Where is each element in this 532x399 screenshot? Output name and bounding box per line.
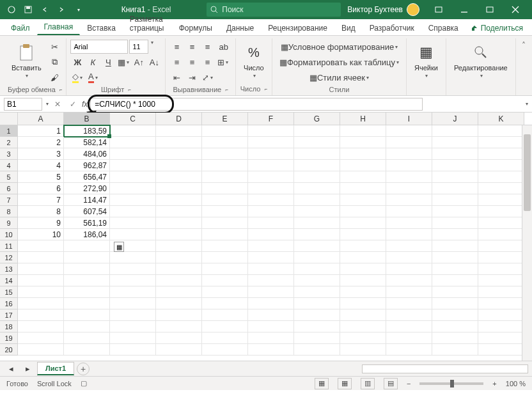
cell[interactable]: [64, 275, 110, 286]
row-header[interactable]: 1: [0, 125, 18, 137]
cell[interactable]: [202, 252, 248, 263]
cell[interactable]: [294, 125, 340, 137]
cell[interactable]: [202, 332, 248, 344]
save-icon[interactable]: [20, 2, 36, 17]
cell[interactable]: [386, 298, 432, 309]
row-header[interactable]: 12: [0, 252, 18, 263]
cell[interactable]: [386, 286, 432, 298]
row-header[interactable]: 17: [0, 309, 18, 321]
cell[interactable]: 5: [18, 171, 64, 183]
cell[interactable]: [110, 183, 156, 194]
cell[interactable]: [294, 252, 340, 263]
cell[interactable]: [386, 344, 432, 356]
cell[interactable]: [432, 160, 478, 171]
cell[interactable]: [156, 252, 202, 263]
cell[interactable]: [478, 240, 524, 252]
cell[interactable]: 607,54: [64, 206, 110, 217]
cell[interactable]: [156, 275, 202, 286]
horizontal-scrollbar[interactable]: [362, 364, 528, 373]
cell[interactable]: [202, 137, 248, 148]
cell[interactable]: [478, 171, 524, 183]
row-header[interactable]: 13: [0, 263, 18, 275]
cell[interactable]: [386, 206, 432, 217]
cell[interactable]: [386, 217, 432, 229]
align-right-icon[interactable]: ≡: [200, 55, 214, 69]
minimize-icon[interactable]: [451, 0, 477, 19]
col-header-c[interactable]: C: [110, 113, 156, 125]
cell[interactable]: [478, 160, 524, 171]
cell[interactable]: [294, 240, 340, 252]
cell[interactable]: [110, 286, 156, 298]
cell[interactable]: [248, 321, 294, 332]
cell[interactable]: [386, 194, 432, 206]
close-icon[interactable]: [503, 0, 528, 19]
cell[interactable]: [386, 183, 432, 194]
cell[interactable]: [340, 252, 386, 263]
cell[interactable]: [340, 194, 386, 206]
cell[interactable]: [432, 321, 478, 332]
tab-data[interactable]: Данные: [219, 20, 261, 35]
cell[interactable]: 9: [18, 217, 64, 229]
sheet-nav-prev-icon[interactable]: ◂: [4, 362, 18, 376]
cell[interactable]: [478, 125, 524, 137]
cell[interactable]: 2: [18, 137, 64, 148]
cell[interactable]: [294, 194, 340, 206]
cell[interactable]: [202, 171, 248, 183]
fill-handle[interactable]: [107, 134, 111, 138]
align-bottom-icon[interactable]: ≡: [200, 40, 214, 54]
number-format-button[interactable]: % Число▾: [240, 40, 268, 81]
col-header-j[interactable]: J: [432, 113, 478, 125]
cell[interactable]: [18, 321, 64, 332]
row-header[interactable]: 14: [0, 275, 18, 286]
cell[interactable]: [156, 148, 202, 160]
cell[interactable]: [340, 171, 386, 183]
cell[interactable]: [248, 183, 294, 194]
cell[interactable]: [248, 194, 294, 206]
conditional-format-button[interactable]: ▦ Условное форматирование▾: [276, 40, 402, 54]
cell[interactable]: [294, 171, 340, 183]
cell[interactable]: 183,59: [64, 125, 110, 137]
cell[interactable]: [386, 137, 432, 148]
cell[interactable]: [478, 137, 524, 148]
bold-button[interactable]: Ж: [70, 55, 84, 69]
align-left-icon[interactable]: ≡: [169, 55, 184, 69]
search-box[interactable]: Поиск: [207, 3, 341, 17]
cell[interactable]: [248, 171, 294, 183]
cell[interactable]: [64, 321, 110, 332]
underline-button[interactable]: Ч: [101, 55, 115, 69]
cell[interactable]: [202, 275, 248, 286]
collapse-ribbon-icon[interactable]: ˄: [519, 38, 528, 95]
cell[interactable]: [340, 160, 386, 171]
zoom-in-button[interactable]: +: [492, 380, 496, 387]
font-size-input[interactable]: [129, 40, 148, 54]
cell[interactable]: [248, 332, 294, 344]
col-header-e[interactable]: E: [202, 113, 248, 125]
cell[interactable]: [202, 263, 248, 275]
view-page-break-icon[interactable]: ▤: [384, 378, 398, 389]
cell[interactable]: [248, 206, 294, 217]
ribbon-mode-icon[interactable]: [426, 0, 451, 19]
cell[interactable]: [202, 194, 248, 206]
cell[interactable]: [478, 148, 524, 160]
cell[interactable]: [156, 321, 202, 332]
col-header-b[interactable]: B: [64, 113, 110, 125]
cell[interactable]: [294, 148, 340, 160]
increase-indent-icon[interactable]: ⇥: [185, 70, 199, 84]
cell[interactable]: 4: [18, 160, 64, 171]
zoom-out-button[interactable]: −: [407, 380, 411, 387]
tab-help[interactable]: Справка: [421, 20, 465, 35]
tab-developer[interactable]: Разработчик: [363, 20, 421, 35]
cell[interactable]: [340, 229, 386, 240]
add-sheet-button[interactable]: +: [77, 363, 90, 375]
cancel-formula-icon[interactable]: ✕: [51, 98, 64, 111]
cell[interactable]: [18, 286, 64, 298]
cell[interactable]: [478, 332, 524, 344]
cell[interactable]: [248, 344, 294, 356]
cell[interactable]: [294, 229, 340, 240]
cell[interactable]: [156, 137, 202, 148]
cell[interactable]: [340, 298, 386, 309]
cell[interactable]: 7: [18, 194, 64, 206]
cell[interactable]: 962,87: [64, 160, 110, 171]
decrease-indent-icon[interactable]: ⇤: [169, 70, 184, 84]
cell[interactable]: [340, 206, 386, 217]
